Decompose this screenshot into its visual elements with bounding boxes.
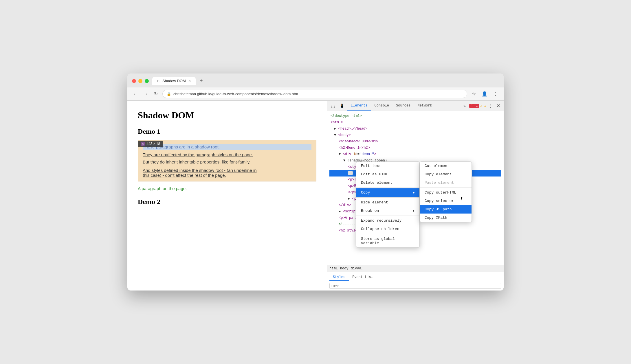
dom-line[interactable]: ▼ <div id="demo1"> (329, 151, 501, 157)
context-menu-delete[interactable]: Delete element (356, 179, 419, 187)
tab-sources[interactable]: Sources (392, 101, 414, 111)
address-input[interactable]: 🔒 chrisbateman.github.io/guide-to-web-co… (162, 90, 467, 98)
dom-breadcrumb: html body div#d… (327, 265, 504, 272)
submenu-arrow-icon: ▶ (413, 191, 415, 194)
reload-button[interactable]: ↻ (153, 90, 159, 98)
context-menu-separator (356, 187, 419, 188)
devtools-settings-button[interactable]: ⋮ (487, 102, 494, 110)
tab-console[interactable]: Console (371, 101, 392, 111)
context-menu: Edit text Edit as HTML Delete element Co… (356, 161, 420, 248)
browser-window: 🗋 Shadow DOM ✕ + ← → ↻ 🔒 chrisbateman.gi… (127, 73, 504, 291)
breadcrumb-html[interactable]: html (329, 266, 338, 271)
dom-line[interactable]: <h2>Demo 1</h2> (329, 145, 501, 151)
ellipsis-button[interactable]: ... (348, 171, 353, 175)
minimize-traffic-light[interactable] (138, 79, 142, 83)
tab-title: Shadow DOM (162, 79, 186, 83)
tab-close-button[interactable]: ✕ (188, 79, 191, 83)
devtools-toolbar: ⬚ 📱 Elements Console Sources Network » 🚫… (327, 101, 504, 111)
dom-line[interactable]: ▶ <head>…</head> (329, 126, 501, 132)
page-content: Shadow DOM Demo 1 p 443 × 18 These parag… (127, 101, 327, 291)
devtools-close-button[interactable]: ✕ (495, 102, 501, 110)
context-menu-break-on-label: Break on (361, 209, 379, 213)
demo2-title: Demo 2 (138, 198, 316, 206)
tab-network[interactable]: Network (414, 101, 435, 111)
shadow-para-4-line1: And styles defined inside the shadow roo… (143, 168, 257, 173)
context-menu-edit-html[interactable]: Edit as HTML (356, 170, 419, 179)
close-traffic-light[interactable] (132, 79, 136, 83)
context-menu-hide[interactable]: Hide element (356, 198, 419, 207)
context-menu-collapse[interactable]: Collapse children (356, 225, 419, 233)
dom-line[interactable]: <!doctype html> (329, 113, 501, 119)
context-menu-edit-html-label: Edit as HTML (361, 172, 388, 177)
tab-icon: 🗋 (157, 79, 160, 83)
devtools-more-tabs-button[interactable]: » (461, 102, 468, 109)
browser-menu-button[interactable]: ⋮ (492, 90, 499, 98)
submenu-copy-js-path[interactable]: Copy JS path (420, 205, 472, 214)
submenu-separator (420, 187, 472, 188)
url-text: chrisbateman.github.io/guide-to-web-comp… (173, 92, 298, 96)
tooltip-tag: p (141, 142, 145, 146)
green-paragraph: A paragraph on the page. (138, 186, 316, 191)
context-menu-edit-text-label: Edit text (361, 164, 381, 168)
shadow-para-3: But they do inherit inheritable properti… (143, 159, 311, 164)
devtools-tabs: Elements Console Sources Network (347, 101, 460, 111)
context-menu-expand-label: Expand recursively (361, 218, 401, 223)
submenu-arrow-icon: ▶ (413, 209, 415, 213)
context-menu-break-on[interactable]: Break on ▶ (356, 207, 419, 215)
shadow-para-2: They are unaffected by the paragraph sty… (143, 152, 311, 157)
context-menu-copy-label: Copy (361, 190, 370, 195)
shadow-para-4-line2: this case) - don't affect the rest of th… (143, 173, 226, 178)
context-menu-collapse-label: Collapse children (361, 227, 399, 231)
tab-bar: 🗋 Shadow DOM ✕ + (152, 77, 499, 85)
new-tab-button[interactable]: + (198, 77, 205, 84)
shadow-para-1: These paragraphs are in a shadow root. (143, 144, 311, 150)
shadow-dom-box: These paragraphs are in a shadow root. T… (138, 140, 316, 181)
context-menu-hide-label: Hide element (361, 200, 388, 205)
submenu-copy-element[interactable]: Copy element (420, 170, 472, 179)
maximize-traffic-light[interactable] (145, 79, 149, 83)
device-toolbar-button[interactable]: 📱 (338, 102, 346, 109)
dom-line[interactable]: ▼ <body> (329, 132, 501, 138)
inspect-element-button[interactable]: ⬚ (329, 102, 337, 109)
styles-filter-input[interactable] (329, 283, 501, 289)
styles-panel: Styles Event Lis… (327, 272, 504, 291)
main-area: Shadow DOM Demo 1 p 443 × 18 These parag… (127, 101, 504, 291)
breadcrumb-body[interactable]: body (340, 266, 348, 271)
dom-line[interactable]: <h1>Shadow DOM</h1> (329, 138, 501, 145)
submenu-copy-outerhtml[interactable]: Copy outerHTML (420, 188, 472, 197)
demo1-title: Demo 1 (138, 128, 316, 135)
styles-tabs: Styles Event Lis… (329, 274, 501, 281)
submenu-paste-element: Paste element (420, 179, 472, 187)
context-menu-store-global[interactable]: Store as global variable (356, 235, 419, 247)
browser-tab[interactable]: 🗋 Shadow DOM ✕ (152, 77, 196, 85)
context-menu-edit-text[interactable]: Edit text (356, 162, 419, 170)
context-menu-store-global-label: Store as global variable (361, 237, 415, 245)
submenu-copy-xpath[interactable]: Copy XPath (420, 214, 472, 222)
devtools-panel: ⬚ 📱 Elements Console Sources Network » 🚫… (327, 101, 504, 291)
title-bar: 🗋 Shadow DOM ✕ + (127, 73, 504, 87)
element-tooltip: p 443 × 18 (138, 141, 163, 147)
address-bar: ← → ↻ 🔒 chrisbateman.github.io/guide-to-… (127, 87, 504, 101)
context-menu-separator (356, 216, 419, 216)
context-menu-copy[interactable]: Copy ▶ (356, 188, 419, 197)
context-menu-expand[interactable]: Expand recursively (356, 216, 419, 225)
back-button[interactable]: ← (132, 90, 139, 98)
context-menu-separator (356, 234, 419, 234)
error-count-badge: 🚫 1 (469, 104, 479, 108)
dom-line[interactable]: <html> (329, 119, 501, 126)
context-menu-separator (356, 197, 419, 198)
breadcrumb-div[interactable]: div#d… (351, 266, 363, 271)
traffic-lights (132, 79, 149, 83)
page-title: Shadow DOM (138, 110, 316, 121)
submenu-cut-element[interactable]: Cut element (420, 162, 472, 170)
forward-button[interactable]: → (142, 90, 149, 98)
tab-event-listeners[interactable]: Event Lis… (349, 274, 377, 281)
context-menu-delete-label: Delete element (361, 181, 392, 185)
profile-button[interactable]: 👤 (480, 90, 489, 98)
bookmark-button[interactable]: ☆ (471, 90, 477, 98)
tab-elements[interactable]: Elements (347, 101, 371, 111)
tooltip-size: 443 × 18 (146, 142, 160, 146)
tab-styles[interactable]: Styles (329, 274, 349, 281)
submenu-copy-selector[interactable]: Copy selector (420, 197, 472, 205)
warn-count-badge: ⚠ 1 (480, 104, 486, 108)
